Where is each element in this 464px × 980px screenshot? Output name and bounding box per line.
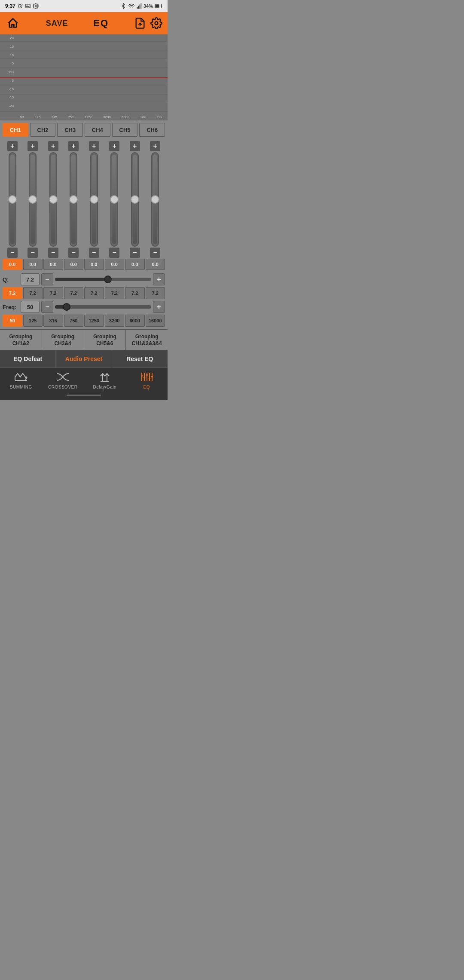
freq-chip-6[interactable]: 3200 (105, 315, 125, 327)
grouping-ch1234[interactable]: GroupingCH1&2&3&4 (126, 330, 168, 350)
freq-input[interactable]: 50 (21, 301, 40, 313)
grouping-ch3-4[interactable]: GroupingCH3&4 (42, 330, 84, 350)
nav-crossover[interactable]: CROSSOVER (42, 371, 84, 389)
reset-eq-button[interactable]: Reset EQ (112, 350, 168, 368)
q-chip-7[interactable]: 7.2 (125, 287, 145, 299)
fader-minus-6[interactable]: − (109, 248, 119, 258)
fader-plus-8[interactable]: + (150, 141, 160, 151)
fader-minus-5[interactable]: − (89, 248, 99, 258)
svg-rect-7 (140, 3, 141, 9)
fader-col-5: + − 0.0 (84, 141, 104, 270)
eq-icon (139, 371, 154, 383)
q-chip-2[interactable]: 7.2 (23, 287, 43, 299)
freq-chip-2[interactable]: 125 (23, 315, 43, 327)
nav-summing[interactable]: SUMMING (0, 371, 42, 389)
bluetooth-icon (120, 3, 126, 9)
q-chip-5[interactable]: 7.2 (84, 287, 104, 299)
home-button[interactable] (5, 15, 21, 31)
freq-chips: 50 125 315 750 1250 3200 6000 16000 (3, 315, 165, 327)
fader-plus-1[interactable]: + (7, 141, 18, 151)
fader-minus-8[interactable]: − (150, 248, 160, 258)
y-label-5: 5 (0, 61, 15, 65)
tab-ch5[interactable]: CH5 (112, 123, 138, 137)
freq-chip-7[interactable]: 6000 (125, 315, 145, 327)
fader-value-2: 0.0 (23, 259, 43, 270)
fader-minus-2[interactable]: − (27, 248, 38, 258)
freq-chip-1[interactable]: 50 (3, 315, 22, 327)
q-chip-4[interactable]: 7.2 (64, 287, 84, 299)
gear-icon[interactable] (150, 17, 162, 29)
q-chip-1[interactable]: 7.2 (3, 287, 22, 299)
eq-graph[interactable]: 20 15 10 5 0dB -5 -10 -15 -20 50 125 315… (0, 34, 168, 120)
y-label-10: 10 (0, 53, 15, 57)
home-icon (7, 17, 19, 29)
delay-gain-icon-svg (97, 371, 113, 383)
svg-rect-5 (138, 6, 139, 9)
fader-track-6[interactable] (110, 152, 118, 247)
fader-plus-4[interactable]: + (68, 141, 79, 151)
y-label-15: 15 (0, 45, 15, 49)
tab-ch3[interactable]: CH3 (57, 123, 83, 137)
freq-chip-4[interactable]: 750 (64, 315, 84, 327)
fader-plus-2[interactable]: + (27, 141, 38, 151)
fader-col-3: + − 0.0 (43, 141, 63, 270)
svg-rect-23 (146, 374, 148, 376)
fader-track-2[interactable] (29, 152, 37, 247)
save-button[interactable]: SAVE (46, 19, 68, 28)
x-label-16k: 16k (140, 115, 146, 119)
export-icon[interactable] (134, 17, 146, 29)
tab-ch1[interactable]: CH1 (3, 123, 28, 137)
y-label-20: 20 (0, 36, 15, 40)
q-minus-btn[interactable]: − (41, 273, 53, 285)
freq-plus-btn[interactable]: + (153, 301, 165, 313)
y-label-0db: 0dB (0, 70, 15, 74)
fader-minus-4[interactable]: − (68, 248, 79, 258)
fader-plus-3[interactable]: + (48, 141, 58, 151)
tab-ch6[interactable]: CH6 (139, 123, 165, 137)
q-chips: 7.2 7.2 7.2 7.2 7.2 7.2 7.2 7.2 (3, 287, 165, 299)
fader-plus-7[interactable]: + (130, 141, 140, 151)
freq-chip-8[interactable]: 16000 (146, 315, 165, 327)
grouping-ch5-6[interactable]: GroupingCH5&6 (84, 330, 126, 350)
freq-slider[interactable] (55, 301, 151, 313)
x-label-1250: 1250 (85, 115, 92, 119)
grouping-ch1-2[interactable]: GroupingCH1&2 (0, 330, 42, 350)
nav-delay-gain[interactable]: Delay/Gain (84, 371, 126, 389)
fader-minus-7[interactable]: − (130, 248, 140, 258)
q-chip-6[interactable]: 7.2 (105, 287, 125, 299)
q-slider[interactable] (55, 273, 151, 285)
fader-plus-5[interactable]: + (89, 141, 99, 151)
freq-chip-5[interactable]: 1250 (84, 315, 104, 327)
freq-minus-btn[interactable]: − (41, 301, 53, 313)
fader-track-1[interactable] (9, 152, 16, 247)
fader-track-7[interactable] (131, 152, 139, 247)
battery-percent: 34% (143, 3, 153, 9)
y-label-n20: -20 (0, 104, 15, 108)
y-label-n15: -15 (0, 95, 15, 99)
q-chip-8[interactable]: 7.2 (146, 287, 165, 299)
x-label-50: 50 (20, 115, 24, 119)
fader-plus-6[interactable]: + (109, 141, 119, 151)
tab-ch4[interactable]: CH4 (85, 123, 110, 137)
freq-row: Freq: 50 − + (3, 301, 165, 313)
delay-gain-icon (97, 371, 113, 383)
time-display: 9:37 (5, 3, 15, 9)
nav-delay-gain-label: Delay/Gain (93, 385, 116, 389)
crossover-icon-svg (55, 371, 70, 383)
nav-eq[interactable]: EQ (126, 371, 168, 389)
top-bar: SAVE EQ (0, 12, 168, 34)
freq-label: Freq: (3, 304, 19, 310)
fader-track-8[interactable] (151, 152, 159, 247)
fader-minus-3[interactable]: − (48, 248, 58, 258)
eq-defeat-button[interactable]: EQ Defeat (0, 350, 56, 368)
fader-track-5[interactable] (90, 152, 98, 247)
tab-ch2[interactable]: CH2 (30, 123, 56, 137)
q-chip-3[interactable]: 7.2 (43, 287, 63, 299)
q-input[interactable]: 7.2 (21, 273, 40, 285)
fader-minus-1[interactable]: − (7, 248, 18, 258)
q-plus-btn[interactable]: + (153, 273, 165, 285)
freq-chip-3[interactable]: 315 (43, 315, 63, 327)
audio-preset-button[interactable]: Audio Preset (56, 350, 112, 368)
fader-track-4[interactable] (70, 152, 77, 247)
fader-track-3[interactable] (49, 152, 57, 247)
